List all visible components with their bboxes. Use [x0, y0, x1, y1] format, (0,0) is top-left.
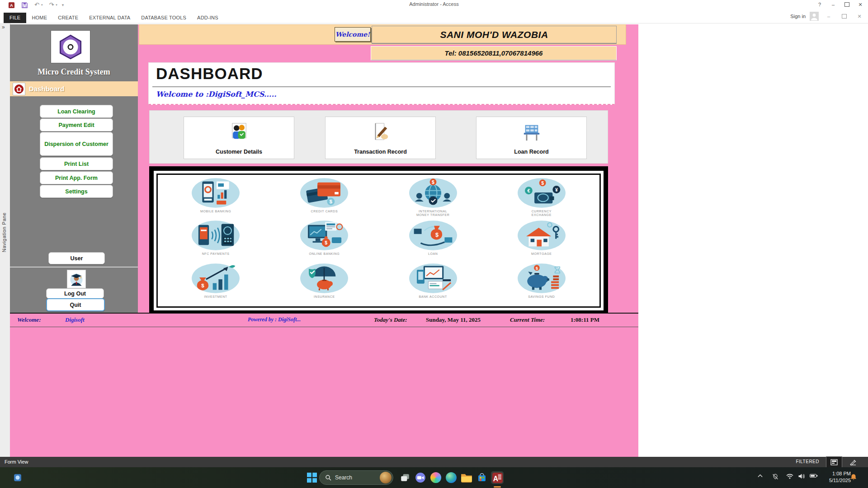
gallery-tile-insurance: INSURANCE	[270, 262, 378, 305]
search-highlight-image[interactable]	[380, 472, 392, 483]
credit-cards-icon: $	[290, 177, 358, 209]
welcome-message: Welcome to :DigiSoft_MCS.....	[156, 90, 277, 99]
quit-button[interactable]: Quit	[46, 298, 105, 311]
account-area: Sign in – ✕	[790, 12, 865, 21]
view-status: Form View	[5, 459, 28, 465]
online-banking-icon: $	[290, 219, 358, 252]
gallery-tile-money-transfer: $INTERNATIONAL MONEY TRANSFER	[379, 177, 487, 219]
menu-button-payment-edit[interactable]: Payment Edit	[40, 118, 113, 131]
form-view-button[interactable]	[826, 457, 842, 467]
task-view-button[interactable]	[399, 471, 411, 484]
customer-name-field[interactable]: SANI MOH'D WAZOBIA	[372, 26, 617, 44]
clock[interactable]: 1:08 PM 5/11/2025	[824, 470, 851, 484]
record-button-transaction-record[interactable]: Transaction Record	[325, 117, 436, 159]
help-button[interactable]: ?	[814, 0, 826, 9]
user-avatar-icon[interactable]	[809, 12, 819, 21]
ribbon-tab-external-data[interactable]: EXTERNAL DATA	[84, 13, 136, 23]
menu-button-print-app-form[interactable]: Print App. Form	[40, 171, 113, 184]
app-title: Micro Credit System	[10, 67, 138, 77]
store-button[interactable]	[476, 471, 488, 484]
gallery-caption: INVESTMENT	[204, 295, 227, 299]
ribbon-tabs: FILE HOMECREATEEXTERNAL DATADATABASE TOO…	[4, 12, 224, 23]
location-off-icon[interactable]	[771, 474, 779, 480]
doc-minimize-button[interactable]: –	[823, 12, 835, 21]
menu-button-dispersion-of-customer[interactable]: Dispersion of Customer	[40, 132, 113, 156]
notification-bell-icon[interactable]	[849, 474, 858, 481]
user-button[interactable]: User	[48, 252, 105, 264]
taskbar-date: 5/11/2025	[824, 477, 851, 484]
page-title: DASHBOARD	[156, 65, 263, 83]
gallery-tile-nfc-payments: NFC PAYMENTS	[161, 219, 270, 262]
ribbon-tab-home[interactable]: HOME	[26, 13, 52, 23]
record-button-loan-record[interactable]: Loan Record	[476, 117, 587, 159]
powered-by: Powered by : DigiSoft...	[248, 316, 301, 323]
chat-button[interactable]	[414, 471, 427, 484]
sidebar-divider	[10, 267, 138, 267]
edge-button[interactable]	[445, 471, 458, 484]
loan-board-icon	[521, 122, 542, 141]
volume-icon[interactable]	[797, 474, 806, 479]
window-controls: ? – ✕	[814, 0, 866, 9]
svg-text:A: A	[493, 474, 498, 482]
design-view-button[interactable]	[845, 457, 861, 467]
logout-button[interactable]: Log Out	[46, 288, 104, 299]
store-icon	[477, 473, 487, 483]
svg-text:$: $	[325, 240, 328, 245]
minimize-button[interactable]: –	[827, 0, 839, 9]
sign-in-link[interactable]: Sign in	[790, 14, 806, 19]
banking-gallery-frame: MOBILE BANKING$CREDIT CARDS$INTERNATIONA…	[149, 166, 608, 315]
taskbar-corner-icon[interactable]	[13, 473, 23, 483]
ribbon: FILE HOMECREATEEXTERNAL DATADATABASE TOO…	[0, 10, 868, 23]
ribbon-tab-database-tools[interactable]: DATABASE TOOLS	[136, 13, 192, 23]
home-icon	[13, 83, 25, 95]
telephone-field[interactable]: Tel: 08156520811,07067814966	[371, 46, 617, 61]
svg-text:¥: ¥	[555, 187, 558, 192]
expand-nav-icon[interactable]: »	[2, 24, 5, 30]
access-taskbar-button[interactable]: A	[491, 471, 504, 484]
menu-button-settings[interactable]: Settings	[40, 185, 113, 198]
doc-restore-button[interactable]	[838, 12, 850, 21]
gallery-tile-credit-cards: $CREDIT CARDS	[270, 177, 378, 219]
svg-text:$: $	[201, 282, 204, 288]
bank-account-icon	[399, 262, 467, 295]
doc-close-button[interactable]: ✕	[854, 12, 865, 21]
tray-chevron-button[interactable]	[756, 474, 764, 478]
ribbon-tab-add-ins[interactable]: ADD-INS	[192, 13, 224, 23]
copilot-button[interactable]	[429, 471, 442, 484]
active-app-indicator	[494, 486, 501, 488]
taskbar-time: 1:08 PM	[824, 470, 851, 477]
restore-button[interactable]	[841, 0, 853, 9]
wifi-icon[interactable]	[786, 474, 794, 479]
ribbon-tab-file[interactable]: FILE	[4, 13, 26, 23]
edge-icon	[446, 472, 457, 483]
start-button[interactable]	[306, 471, 318, 484]
menu-button-print-list[interactable]: Print List	[40, 157, 113, 170]
form-sidebar: Micro Credit System Dashboard Loan Clear…	[10, 24, 138, 313]
currency-exchange-icon: $€¥	[508, 177, 576, 209]
sidebar-item-dashboard[interactable]: Dashboard	[10, 81, 138, 96]
record-button-label: Transaction Record	[354, 149, 407, 155]
footer-user: Digisoft	[65, 316, 85, 324]
search-input[interactable]: Search	[319, 470, 393, 485]
gallery-caption: NFC PAYMENTS	[202, 252, 230, 256]
record-button-label: Loan Record	[514, 149, 548, 155]
search-icon	[325, 474, 331, 481]
task-view-icon	[400, 473, 410, 483]
windows-logo-icon	[307, 473, 317, 483]
battery-icon[interactable]	[809, 474, 818, 478]
filtered-badge[interactable]: FILTERED	[796, 459, 819, 464]
ribbon-tab-create[interactable]: CREATE	[52, 13, 84, 23]
money-transfer-icon: $	[399, 177, 467, 209]
gallery-caption: CREDIT CARDS	[311, 210, 338, 213]
mortgage-icon	[508, 219, 576, 252]
mobile-banking-icon	[182, 177, 250, 209]
record-button-customer-details[interactable]: Customer Details	[184, 117, 294, 159]
close-button[interactable]: ✕	[854, 0, 866, 9]
nfc-payments-icon	[182, 219, 250, 252]
gallery-caption: SAVINGS FUND	[528, 295, 555, 299]
svg-text:$: $	[432, 179, 434, 185]
navigation-pane-label[interactable]: Navigation Pane	[1, 212, 7, 252]
file-explorer-button[interactable]	[460, 471, 473, 484]
access-icon: A	[492, 472, 503, 483]
menu-button-loan-clearing[interactable]: Loan Clearing	[40, 105, 113, 118]
